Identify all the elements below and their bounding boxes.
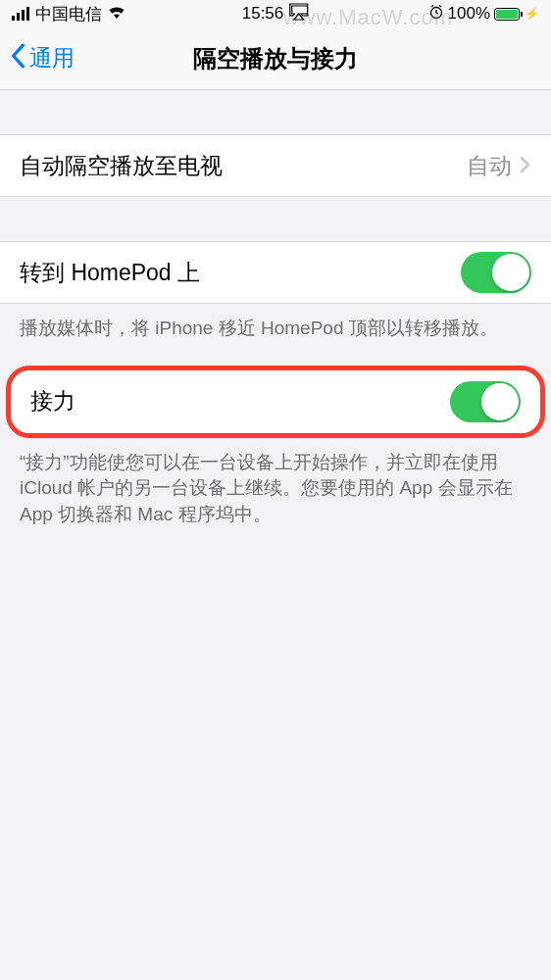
signal-strength-icon bbox=[12, 7, 29, 21]
status-bar: 中国电信 15:56 100% ⚡ bbox=[0, 0, 551, 27]
airplay-tv-value: 自动 bbox=[467, 151, 512, 181]
carrier-label: 中国电信 bbox=[35, 3, 102, 25]
handoff-cell[interactable]: 接力 bbox=[11, 370, 540, 433]
navigation-bar: 通用 隔空播放与接力 bbox=[0, 27, 551, 90]
charging-icon: ⚡ bbox=[525, 7, 539, 21]
toggle-knob bbox=[492, 254, 529, 291]
status-right: 100% ⚡ bbox=[428, 4, 539, 24]
toggle-knob bbox=[481, 383, 519, 420]
status-center: 15:56 bbox=[242, 2, 310, 26]
battery-icon bbox=[494, 8, 523, 21]
page-title: 隔空播放与接力 bbox=[193, 43, 358, 74]
handoff-label: 接力 bbox=[30, 386, 75, 416]
homepod-cell[interactable]: 转到 HomePod 上 bbox=[0, 241, 551, 304]
chevron-right-icon bbox=[520, 153, 531, 179]
highlight-annotation: 接力 bbox=[6, 366, 545, 438]
airplay-tv-label: 自动隔空播放至电视 bbox=[20, 151, 223, 181]
homepod-label: 转到 HomePod 上 bbox=[20, 258, 200, 288]
battery-percent-label: 100% bbox=[448, 4, 490, 24]
homepod-toggle[interactable] bbox=[461, 252, 531, 293]
alarm-icon bbox=[428, 4, 444, 24]
status-left: 中国电信 bbox=[12, 3, 125, 25]
airplay-tv-cell[interactable]: 自动隔空播放至电视 自动 bbox=[0, 134, 551, 197]
back-label: 通用 bbox=[29, 43, 75, 74]
chevron-left-icon bbox=[8, 43, 27, 74]
wifi-icon bbox=[108, 4, 125, 24]
back-button[interactable]: 通用 bbox=[8, 43, 75, 74]
homepod-footer: 播放媒体时，将 iPhone 移近 HomePod 顶部以转移播放。 bbox=[0, 304, 551, 354]
airplay-icon bbox=[287, 2, 309, 26]
time-label: 15:56 bbox=[242, 4, 284, 24]
handoff-toggle[interactable] bbox=[450, 381, 521, 422]
handoff-footer: “接力”功能使您可以在一台设备上开始操作，并立即在使用 iCloud 帐户的另一… bbox=[0, 438, 551, 540]
